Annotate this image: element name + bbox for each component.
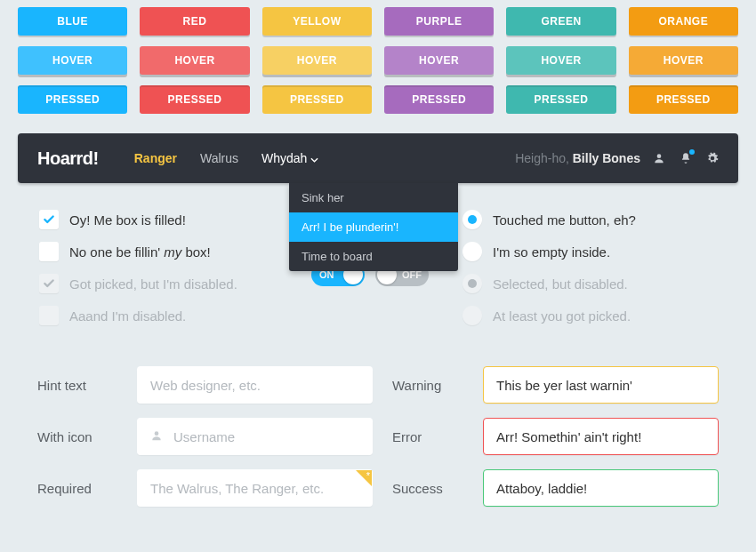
radio-circle: [462, 274, 482, 293]
radio-empty[interactable]: I'm so empty inside.: [462, 242, 717, 261]
hint-input[interactable]: Web designer, etc.: [137, 366, 373, 404]
red-button-pressed[interactable]: PRESSED: [140, 85, 249, 114]
nav-link-whydah-label: Whydah: [261, 151, 307, 165]
user-icon[interactable]: [653, 152, 665, 164]
nav-link-ranger[interactable]: Ranger: [134, 151, 177, 165]
dropdown-item-board[interactable]: Time to board: [289, 242, 458, 271]
blue-button[interactable]: BLUE: [18, 7, 127, 36]
radio-label: Selected, but disabled.: [493, 276, 628, 292]
radio-circle: [462, 210, 482, 229]
orange-button-hover[interactable]: HOVER: [629, 46, 738, 75]
error-value: Arr! Somethin' ain't right!: [496, 429, 641, 444]
user-icon: [150, 429, 163, 444]
nav-links: Ranger Walrus Whydah: [134, 151, 319, 165]
svg-point-1: [155, 431, 159, 436]
error-input[interactable]: Arr! Somethin' ain't right!: [483, 418, 719, 455]
button-showcase-grid: BLUE RED YELLOW PURPLE GREEN ORANGE HOVE…: [18, 7, 738, 114]
radio-selected[interactable]: Touched me button, eh?: [462, 210, 717, 229]
greeting-prefix: Heigh-ho,: [515, 151, 573, 165]
yellow-button-hover[interactable]: HOVER: [262, 46, 372, 75]
checkbox-label: Got picked, but I'm disabled.: [69, 276, 237, 292]
nav-link-whydah[interactable]: Whydah: [261, 151, 318, 165]
orange-button[interactable]: ORANGE: [629, 7, 738, 36]
greeting: Heigh-ho, Billy Bones: [515, 151, 640, 165]
warning-value: This be yer last warnin': [496, 378, 632, 393]
red-button[interactable]: RED: [140, 7, 249, 36]
required-badge: [356, 470, 372, 486]
brand-logo: Hoarrd!: [37, 148, 99, 169]
icon-label: With icon: [37, 429, 117, 444]
gear-icon[interactable]: [706, 152, 719, 164]
radio-circle: [462, 306, 482, 325]
radio-dot: [468, 215, 477, 224]
purple-button-pressed[interactable]: PRESSED: [384, 85, 494, 114]
purple-button-hover[interactable]: HOVER: [384, 46, 494, 75]
success-label: Success: [392, 481, 463, 496]
checkbox-box: [39, 242, 59, 261]
yellow-button-pressed[interactable]: PRESSED: [262, 85, 372, 114]
green-button-pressed[interactable]: PRESSED: [506, 85, 615, 114]
success-value: Attaboy, laddie!: [496, 481, 587, 496]
orange-button-pressed[interactable]: PRESSED: [629, 85, 738, 114]
notification-dot: [689, 149, 695, 155]
blue-button-hover[interactable]: HOVER: [18, 46, 127, 75]
navbar: Hoarrd! Ranger Walrus Whydah Heigh-ho, B…: [18, 133, 738, 183]
radio-label: Touched me button, eh?: [493, 212, 636, 228]
checkbox-box: [39, 306, 59, 325]
hint-label: Hint text: [37, 378, 117, 393]
red-button-hover[interactable]: HOVER: [140, 46, 249, 75]
error-label: Error: [392, 429, 463, 444]
checkbox-disabled-empty: Aaand I'm disabled.: [39, 306, 294, 325]
checkbox-column: Oy! Me box is filled! No one be fillin' …: [39, 210, 294, 338]
checkbox-label: Oy! Me box is filled!: [69, 212, 186, 228]
icon-input[interactable]: Username: [137, 418, 373, 455]
required-placeholder: The Walrus, The Ranger, etc.: [150, 481, 324, 496]
checkbox-disabled-checked: Got picked, but I'm disabled.: [39, 274, 294, 293]
nav-link-walrus[interactable]: Walrus: [200, 151, 238, 165]
checkbox-filled[interactable]: Oy! Me box is filled!: [39, 210, 294, 229]
radio-label: I'm so empty inside.: [493, 244, 610, 260]
chevron-down-icon: [310, 151, 318, 165]
warning-input[interactable]: This be yer last warnin': [483, 366, 719, 404]
checkbox-box: [39, 210, 59, 229]
checkbox-empty[interactable]: No one be fillin' my box!: [39, 242, 294, 261]
dropdown-item-sink[interactable]: Sink her: [289, 183, 458, 212]
checkbox-label: No one be fillin' my box!: [69, 244, 211, 260]
radio-label: At least you got picked.: [493, 308, 631, 324]
radio-column: Touched me button, eh? I'm so empty insi…: [462, 210, 717, 338]
bell-icon[interactable]: [680, 152, 692, 164]
blue-button-pressed[interactable]: PRESSED: [18, 85, 127, 114]
warning-label: Warning: [392, 378, 463, 393]
dropdown-item-plunder[interactable]: Arr! I be plunderin'!: [289, 212, 458, 242]
form-inputs-section: Hint text Web designer, etc. Warning Thi…: [18, 359, 738, 507]
radio-disabled-empty: At least you got picked.: [462, 306, 717, 325]
purple-button[interactable]: PURPLE: [384, 7, 494, 36]
svg-point-0: [657, 154, 662, 158]
success-input[interactable]: Attaboy, laddie!: [483, 469, 719, 507]
yellow-button[interactable]: YELLOW: [262, 7, 372, 36]
checkbox-label: Aaand I'm disabled.: [69, 308, 186, 324]
radio-dot: [468, 279, 477, 288]
radio-circle: [462, 242, 482, 261]
required-label: Required: [37, 481, 117, 496]
green-button-hover[interactable]: HOVER: [506, 46, 615, 75]
green-button[interactable]: GREEN: [506, 7, 615, 36]
whydah-dropdown: Sink her Arr! I be plunderin'! Time to b…: [289, 183, 458, 271]
checkbox-box: [39, 274, 59, 293]
radio-disabled-selected: Selected, but disabled.: [462, 274, 717, 293]
icon-placeholder: Username: [173, 429, 235, 444]
greeting-name: Billy Bones: [573, 151, 640, 165]
required-input[interactable]: The Walrus, The Ranger, etc.: [137, 469, 373, 507]
hint-placeholder: Web designer, etc.: [150, 378, 261, 393]
